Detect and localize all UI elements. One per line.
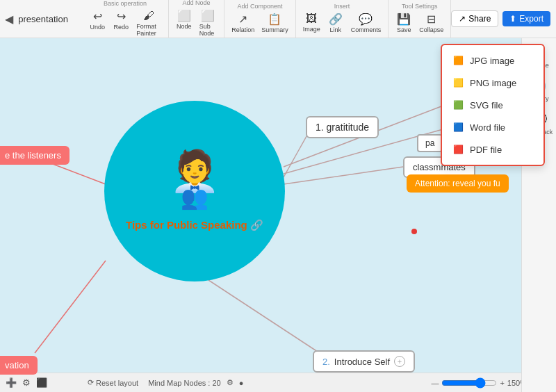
export-png-item[interactable]: 🟨 PNG image [442,72,543,94]
partial-pa-node[interactable]: pa [417,134,443,152]
sub-node-label: Sub Node [199,23,217,37]
link-button[interactable]: 🔗 Link [325,11,347,35]
vation-label: vation [5,360,29,370]
export-pdf-label: PDF file [470,145,502,155]
export-icon: ⬆ [509,14,516,24]
group-label-insert: Insert [334,3,350,10]
image-icon: 🖼 [306,13,317,25]
export-word-label: Word file [470,122,505,133]
export-pdf-item[interactable]: 🟥 PDF file [442,138,543,161]
back-button[interactable]: ◀ [0,0,18,38]
canvas-area: 🧑‍💼 👥 Tips for Public Speaking 🔗 1. grat… [0,38,556,392]
add-icon[interactable]: ➕ [6,377,17,388]
toolbar-group-tool-settings: Tool Settings 💾 Save ⊟ Collapse [389,0,451,38]
listeners-node[interactable]: e the listeners [0,146,70,165]
sub-node-icon: ⬜ [201,9,215,22]
vation-node[interactable]: vation [0,356,38,375]
save-icon: 💾 [397,13,411,26]
share-icon: ↗ [459,14,466,24]
listeners-label: e the listeners [5,150,61,161]
status-bar: ➕ ⚙ ⬛ ⟳ Reset layout Mind Map Nodes : 20… [0,373,556,392]
partial-pa-label: pa [425,138,434,148]
collapse-label: Collapse [419,26,443,33]
save-button[interactable]: 💾 Save [393,11,415,35]
back-icon: ◀ [5,13,13,26]
comments-icon: 💬 [359,13,373,26]
toolbar-group-insert: Insert 🖼 Image 🔗 Link 💬 Comments [296,0,389,38]
comments-button[interactable]: 💬 Comments [348,11,384,35]
share-button[interactable]: ↗ Share [451,10,498,27]
gratitude-node[interactable]: 1. gratititude [306,116,379,138]
group-label-basic: Basic operation [104,0,147,7]
format-painter-label: Format Painter [136,23,161,37]
redo-icon: ↪ [117,10,126,23]
group-label-add-component: Add Component [237,3,282,10]
export-jpg-item[interactable]: 🟧 JPG image [442,49,543,72]
pdf-icon: 🟥 [452,143,464,156]
format-painter-button[interactable]: 🖌 Format Painter [133,8,163,38]
toolbar-group-add-node: Add Node ⬜ Node ⬜ Sub Node [169,0,224,38]
center-node-title: Tips for Public Speaking 🔗 [126,219,263,231]
toolbar: ◀ presentation Basic operation ↩ Undo ↪ … [0,0,556,38]
introduce-plus-button[interactable]: + [394,356,405,367]
comments-label: Comments [351,26,382,33]
zoom-plus-button[interactable]: + [500,379,504,387]
zoom-slider[interactable] [441,377,497,389]
zoom-minus-button[interactable]: — [431,379,439,387]
nodes-dot-icon: ● [239,379,244,387]
gratitude-label: 1. gratititude [316,122,369,133]
format-painter-icon: 🖌 [143,10,154,22]
introduce-label: Introduce Self [334,357,390,367]
introduce-self-node[interactable]: 2. Introduce Self + [313,350,415,373]
export-png-label: PNG image [470,78,516,88]
relation-button[interactable]: ↗ Relation [229,11,257,35]
attention-label: Attention: reveal you fu [415,179,500,188]
word-icon: 🟦 [452,121,464,133]
export-button[interactable]: ⬆ Export [502,11,550,26]
image-label: Image [303,26,320,33]
collapse-icon: ⊟ [427,13,436,26]
sub-node-button[interactable]: ⬜ Sub Node [197,8,220,38]
reset-layout-label: Reset layout [96,379,138,387]
svg-line-1 [284,167,403,184]
export-svg-label: SVG file [470,100,503,111]
audience-icon: 👥 [181,184,208,211]
svg-line-6 [35,261,106,353]
export-label: Export [519,14,543,24]
summary-label: Summary [261,26,288,33]
reset-icon: ⟳ [88,378,94,387]
node-button[interactable]: ⬜ Node [173,8,195,38]
relation-label: Relation [231,26,254,33]
zoom-controls: — + 150% [431,377,527,389]
attention-node[interactable]: Attention: reveal you fu [407,174,509,193]
export-dropdown: 🟧 JPG image 🟨 PNG image 🟩 SVG file 🟦 Wor… [441,44,545,166]
undo-icon: ↩ [93,10,102,23]
save-label: Save [397,26,411,33]
svg-line-5 [208,280,320,353]
link-icon: 🔗 [329,13,343,26]
undo-label: Undo [90,24,106,31]
toolbar-right: ↗ Share ⬆ Export [451,10,556,27]
grid-icon[interactable]: ⬛ [36,377,47,388]
red-dot-indicator [411,229,417,234]
share-label: Share [468,14,491,24]
toolbar-group-basic: Basic operation ↩ Undo ↪ Redo 🖌 Format P… [82,0,168,38]
image-button[interactable]: 🖼 Image [300,11,323,35]
center-node[interactable]: 🧑‍💼 👥 Tips for Public Speaking 🔗 [104,101,285,281]
toolbar-group-add-component: Add Component ↗ Relation 📋 Summary [224,0,296,38]
group-label-tool-settings: Tool Settings [402,3,438,10]
undo-button[interactable]: ↩ Undo [86,8,108,38]
svg-icon: 🟩 [452,99,464,111]
redo-label: Redo [114,24,129,31]
summary-button[interactable]: 📋 Summary [259,11,291,35]
collapse-button[interactable]: ⊟ Collapse [416,11,446,35]
export-word-item[interactable]: 🟦 Word file [442,116,543,138]
export-svg-item[interactable]: 🟩 SVG file [442,94,543,116]
nodes-settings-icon[interactable]: ⚙ [227,378,234,387]
settings-icon-status[interactable]: ⚙ [22,377,31,388]
jpg-icon: 🟧 [452,54,464,67]
link-label: Link [329,26,341,33]
reset-layout-button[interactable]: ⟳ Reset layout [88,378,138,387]
redo-button[interactable]: ↪ Redo [110,8,132,38]
export-jpg-label: JPG image [470,56,514,66]
